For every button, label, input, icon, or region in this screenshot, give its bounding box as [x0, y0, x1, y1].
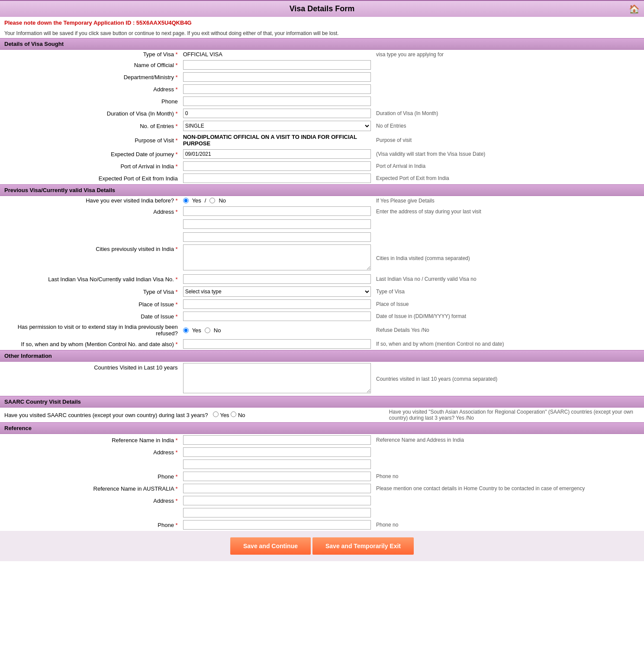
row-ref-india-phone: Phone * Phone no [0, 470, 644, 482]
reference-table: Reference Name in India * Reference Name… [0, 434, 644, 531]
visa-details-table: Type of Visa * OFFICIAL VISA visa type y… [0, 50, 644, 184]
ref-india-addr2-input[interactable] [183, 459, 371, 469]
row-dept-ministry: Department/Ministry * [0, 71, 644, 83]
duration-input[interactable] [183, 109, 371, 118]
place-issue-input[interactable] [183, 299, 371, 309]
row-name-official: Name of Official * [0, 59, 644, 71]
row-port-exit: Expected Port of Exit from India Expecte… [0, 172, 644, 184]
visited-before-yes-radio[interactable] [183, 198, 189, 203]
last-visa-no-input[interactable] [183, 274, 371, 284]
row-ref-australia-phone: Phone * Phone no [0, 519, 644, 531]
address-official-input[interactable] [183, 84, 371, 94]
notice-text: Your Information will be saved if you cl… [4, 30, 339, 36]
row-ref-india-addr1: Address * [0, 446, 644, 458]
port-arrival-input[interactable] [183, 161, 371, 171]
previous-visa-table: Have you ever visited India before? * Ye… [0, 196, 644, 350]
row-port-arrival: Port of Arrival in India * Port of Arriv… [0, 160, 644, 172]
dept-ministry-input[interactable] [183, 72, 371, 82]
row-ref-australia-name: Reference Name in AUSTRALIA * Please men… [0, 482, 644, 495]
row-ref-india-name: Reference Name in India * Reference Name… [0, 434, 644, 446]
app-id-bar: Please note down the Temporary Applicati… [0, 17, 644, 29]
ref-australia-name-input[interactable] [183, 484, 371, 493]
saarc-no-radio[interactable] [231, 411, 236, 417]
countries-visited-textarea[interactable] [183, 363, 371, 393]
refused-yes-radio[interactable] [183, 328, 189, 333]
bottom-buttons: Save and Continue Save and Temporarily E… [0, 531, 644, 561]
row-duration: Duration of Visa (In Month) * Duration o… [0, 107, 644, 119]
visited-before-radio-group: Yes / No [183, 197, 371, 204]
row-visited-before: Have you ever visited India before? * Ye… [0, 196, 644, 205]
row-address-prev3 [0, 231, 644, 243]
refused-no-radio[interactable] [205, 328, 210, 333]
address-prev-input3[interactable] [183, 232, 371, 242]
row-ref-australia-addr2 [0, 507, 644, 519]
row-place-issue: Place of Issue * Place of Issue [0, 298, 644, 310]
home-icon[interactable]: 🏠 [629, 4, 640, 14]
row-refused: Has permission to visit or to extend sta… [0, 322, 644, 338]
section-visa-details: Details of Visa Sought [0, 38, 644, 50]
row-refused-detail: If so, when and by whom (Mention Control… [0, 338, 644, 350]
ref-india-addr1-input[interactable] [183, 447, 371, 457]
cities-textarea[interactable] [183, 244, 371, 270]
ref-india-name-input[interactable] [183, 435, 371, 445]
save-continue-button[interactable]: Save and Continue [230, 537, 311, 555]
type-of-visa-label: Type of Visa * [0, 50, 180, 59]
section-saarc: SAARC Country Visit Details [0, 396, 644, 408]
section-reference: Reference [0, 422, 644, 434]
address-prev-input1[interactable] [183, 206, 371, 216]
refused-radio-group: Yes No [183, 327, 371, 334]
row-address-prev1: Address * Enter the address of stay duri… [0, 205, 644, 218]
row-purpose: Purpose of Visit * NON-DIPLOMATIC OFFICI… [0, 132, 644, 148]
address-prev-input2[interactable] [183, 219, 371, 229]
name-official-input[interactable] [183, 60, 371, 70]
row-no-entries: No. of Entries * SINGLE MULTIPLE TRIPLE … [0, 119, 644, 132]
date-issue-input[interactable] [183, 312, 371, 321]
row-address-prev2 [0, 218, 644, 231]
row-saarc: Have you visited SAARC countries (except… [0, 408, 644, 422]
row-date-issue: Date of Issue * Date of Issue in (DD/MM/… [0, 310, 644, 322]
type-visa-prev-select[interactable]: Select visa type Tourist Business Medica… [183, 286, 371, 297]
phone-official-input[interactable] [183, 96, 371, 106]
section-previous-visa: Previous Visa/Currently valid Visa Detai… [0, 184, 644, 196]
row-cities: Cities previously visited in India * Cit… [0, 243, 644, 273]
row-ref-india-addr2 [0, 458, 644, 470]
row-type-visa-prev: Type of Visa * Select visa type Tourist … [0, 285, 644, 298]
row-last-visa-no: Last Indian Visa No/Currently valid Indi… [0, 273, 644, 285]
saarc-table: Have you visited SAARC countries (except… [0, 408, 644, 422]
row-ref-australia-addr1: Address * [0, 495, 644, 507]
other-info-table: Countries Visited in Last 10 years Count… [0, 362, 644, 396]
section-other-info: Other Information [0, 350, 644, 362]
port-exit-input[interactable] [183, 173, 371, 183]
title-bar: Visa Details Form 🏠 [0, 0, 644, 17]
row-phone-official: Phone [0, 95, 644, 107]
row-address-official: Address * [0, 83, 644, 95]
save-exit-button[interactable]: Save and Temporarily Exit [312, 537, 414, 555]
saarc-yes-radio[interactable] [213, 411, 219, 417]
expected-date-input[interactable] [183, 149, 371, 159]
refused-detail-input[interactable] [183, 339, 371, 349]
ref-india-phone-input[interactable] [183, 472, 371, 481]
type-of-visa-value: OFFICIAL VISA [180, 50, 374, 59]
ref-australia-phone-input[interactable] [183, 520, 371, 530]
row-type-of-visa: Type of Visa * OFFICIAL VISA visa type y… [0, 50, 644, 59]
row-expected-date: Expected Date of journey * (Visa validit… [0, 148, 644, 160]
ref-australia-addr1-input[interactable] [183, 496, 371, 505]
ref-australia-addr2-input[interactable] [183, 508, 371, 517]
notice-bar: Your Information will be saved if you cl… [0, 29, 644, 38]
visited-before-no-radio[interactable] [209, 198, 215, 203]
app-id-value: 55X6AAX5U4QKB4G [136, 19, 192, 26]
app-id-label: Please note down the Temporary Applicati… [4, 19, 135, 26]
page-title: Visa Details Form [290, 4, 355, 13]
type-of-visa-help: visa type you are applying for [374, 50, 644, 59]
row-countries-visited: Countries Visited in Last 10 years Count… [0, 362, 644, 396]
no-entries-select[interactable]: SINGLE MULTIPLE TRIPLE [183, 121, 371, 131]
